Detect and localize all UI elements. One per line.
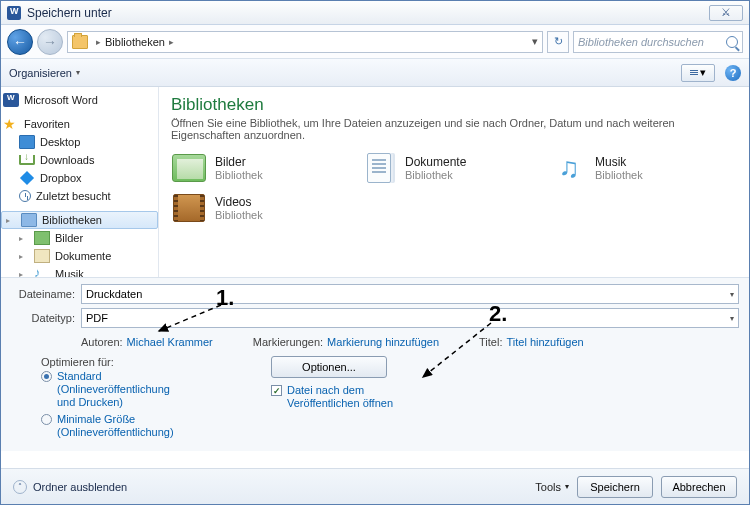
search-icon <box>726 36 738 48</box>
library-item-pictures[interactable]: BilderBibliothek <box>171 151 321 185</box>
pictures-library-icon <box>172 154 206 182</box>
close-button[interactable]: ⚔ <box>709 5 743 21</box>
dropbox-icon <box>20 171 34 185</box>
chevron-down-icon[interactable]: ▾ <box>730 314 734 323</box>
window-title: Speichern unter <box>27 6 112 20</box>
optimize-label: Optimieren für: <box>41 356 114 368</box>
word-icon <box>3 93 19 107</box>
videos-library-icon <box>173 194 205 222</box>
word-app-icon <box>7 6 21 20</box>
filetype-select[interactable]: PDF▾ <box>81 308 739 328</box>
address-bar[interactable]: ▸ Bibliotheken ▸ ▾ <box>67 31 543 53</box>
sidebar-item-favorites[interactable]: ★Favoriten <box>1 115 158 133</box>
radio-icon <box>41 371 52 382</box>
pictures-icon <box>34 231 50 245</box>
expand-icon: ▸ <box>19 270 27 278</box>
chevron-down-icon[interactable]: ▾ <box>730 290 734 299</box>
cancel-button[interactable]: Abbrechen <box>661 476 737 498</box>
chevron-up-icon: ˄ <box>13 480 27 494</box>
chevron-down-icon: ▾ <box>565 482 569 491</box>
breadcrumb-arrow-icon: ▸ <box>169 37 174 47</box>
chevron-down-icon: ▾ <box>76 68 80 77</box>
library-item-music[interactable]: ♫ MusikBibliothek <box>551 151 701 185</box>
content-pane: Bibliotheken Öffnen Sie eine Bibliothek,… <box>159 87 749 277</box>
sidebar-item-downloads[interactable]: Downloads <box>1 151 158 169</box>
forward-button[interactable]: → <box>37 29 63 55</box>
library-item-videos[interactable]: VideosBibliothek <box>171 191 321 225</box>
sidebar-item-pictures[interactable]: ▸Bilder <box>1 229 158 247</box>
sidebar-item-music[interactable]: ▸♪Musik <box>1 265 158 277</box>
view-options-button[interactable]: ▾ <box>681 64 715 82</box>
radio-standard[interactable]: Standard (Onlineveröffentlichung und Dru… <box>41 370 181 409</box>
save-as-dialog: Speichern unter ⚔ ← → ▸ Bibliotheken ▸ ▾… <box>0 0 750 505</box>
help-button[interactable]: ? <box>725 65 741 81</box>
navigation-sidebar: Microsoft Word ★Favoriten Desktop Downlo… <box>1 87 159 277</box>
libraries-icon <box>21 213 37 227</box>
breadcrumb[interactable]: Bibliotheken <box>105 36 165 48</box>
expand-icon: ▸ <box>19 234 27 243</box>
desktop-icon <box>19 135 35 149</box>
save-button[interactable]: Speichern <box>577 476 653 498</box>
sidebar-item-documents[interactable]: ▸Dokumente <box>1 247 158 265</box>
downloads-icon <box>19 155 35 165</box>
folder-icon <box>72 35 88 49</box>
refresh-button[interactable]: ↻ <box>547 31 569 53</box>
address-dropdown-icon[interactable]: ▾ <box>532 35 538 48</box>
filename-label: Dateiname: <box>11 288 75 300</box>
sidebar-item-desktop[interactable]: Desktop <box>1 133 158 151</box>
hide-folders-button[interactable]: ˄ Ordner ausblenden <box>13 480 127 494</box>
tags-value[interactable]: Markierung hinzufügen <box>327 336 439 348</box>
music-library-icon: ♫ <box>551 151 587 185</box>
title-label: Titel: <box>479 336 502 348</box>
navigation-bar: ← → ▸ Bibliotheken ▸ ▾ ↻ Bibliotheken du… <box>1 25 749 59</box>
breadcrumb-arrow-icon: ▸ <box>96 37 101 47</box>
search-input[interactable]: Bibliotheken durchsuchen <box>573 31 743 53</box>
options-button[interactable]: Optionen... <box>271 356 387 378</box>
sidebar-item-libraries[interactable]: ▸Bibliotheken <box>1 211 158 229</box>
sidebar-item-word[interactable]: Microsoft Word <box>1 91 158 109</box>
content-heading: Bibliotheken <box>171 95 737 115</box>
expand-icon: ▸ <box>19 252 27 261</box>
documents-library-icon <box>367 153 391 183</box>
radio-icon <box>41 414 52 425</box>
tags-label: Markierungen: <box>253 336 323 348</box>
open-after-publish-checkbox[interactable]: ✓ Datei nach dem Veröffentlichen öffnen <box>271 384 421 410</box>
title-value[interactable]: Titel hinzufügen <box>506 336 583 348</box>
library-item-documents[interactable]: DokumenteBibliothek <box>361 151 511 185</box>
content-description: Öffnen Sie eine Bibliothek, um Ihre Date… <box>171 117 737 141</box>
recent-icon <box>19 190 31 202</box>
sidebar-item-recent[interactable]: Zuletzt besucht <box>1 187 158 205</box>
back-button[interactable]: ← <box>7 29 33 55</box>
tools-dropdown[interactable]: Tools▾ <box>535 481 569 493</box>
form-panel: Dateiname: Druckdaten▾ Dateityp: PDF▾ Au… <box>1 277 749 451</box>
organize-button[interactable]: Organisieren ▾ <box>9 67 80 79</box>
music-icon: ♪ <box>34 267 50 277</box>
chevron-down-icon: ▾ <box>700 66 706 79</box>
titlebar: Speichern unter ⚔ <box>1 1 749 25</box>
radio-minimal[interactable]: Minimale Größe (Onlineveröffentlichung) <box>41 413 181 439</box>
dialog-footer: ˄ Ordner ausblenden Tools▾ Speichern Abb… <box>1 468 749 504</box>
toolbar: Organisieren ▾ ▾ ? <box>1 59 749 87</box>
checkbox-icon: ✓ <box>271 385 282 396</box>
documents-icon <box>34 249 50 263</box>
list-view-icon <box>690 70 698 75</box>
authors-label: Autoren: <box>81 336 123 348</box>
filetype-label: Dateityp: <box>11 312 75 324</box>
star-icon: ★ <box>3 117 19 131</box>
expand-icon: ▸ <box>6 216 14 225</box>
search-placeholder: Bibliotheken durchsuchen <box>578 36 704 48</box>
filename-input[interactable]: Druckdaten▾ <box>81 284 739 304</box>
sidebar-item-dropbox[interactable]: Dropbox <box>1 169 158 187</box>
authors-value[interactable]: Michael Krammer <box>127 336 213 348</box>
